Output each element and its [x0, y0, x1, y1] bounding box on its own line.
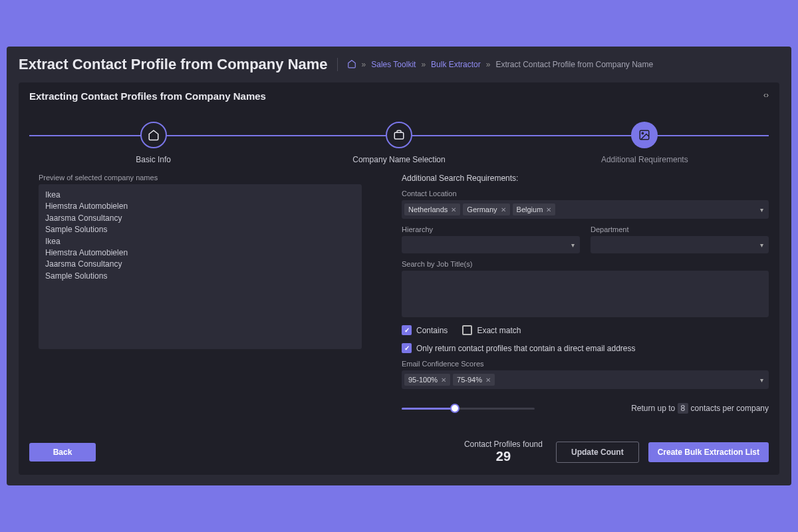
department-label: Department — [591, 225, 769, 233]
exact-match-checkbox[interactable]: Exact match — [462, 325, 521, 335]
chevron-down-icon: ▾ — [760, 206, 763, 213]
step-company-selection[interactable]: Company Name Selection — [276, 122, 521, 164]
slider-text: Return up to 8 contacts per company — [631, 404, 769, 413]
stepper: Basic Info Company Name Selection Additi… — [29, 122, 769, 164]
right-column: Additional Search Requirements: Contact … — [402, 174, 769, 413]
confidence-tag: 95-100%✕ — [404, 374, 450, 386]
department-select[interactable]: ▾ — [591, 236, 769, 253]
location-tag: Germany✕ — [463, 203, 509, 215]
jobtitle-label: Search by Job Title(s) — [402, 260, 769, 268]
breadcrumb-sep: » — [421, 60, 426, 69]
tag-label: 95-100% — [408, 376, 438, 384]
checkbox-label: Only return contact profiles that contai… — [416, 344, 636, 353]
breadcrumb-sep: » — [362, 60, 366, 69]
direct-email-checkbox[interactable]: Only return contact profiles that contai… — [402, 343, 769, 353]
preview-label: Preview of selected company names — [39, 174, 362, 182]
list-item: Hiemstra Automobielen — [45, 247, 355, 259]
list-item: Sample Solutions — [45, 271, 355, 282]
app-window: Extract Contact Profile from Company Nam… — [7, 47, 791, 485]
company-preview: Ikea Hiemstra Automobielen Jaarsma Consu… — [39, 184, 362, 349]
home-icon — [148, 129, 160, 141]
breadcrumb-sales-toolkit[interactable]: Sales Toolkit — [371, 60, 416, 69]
contacts-slider[interactable] — [402, 408, 535, 410]
divider — [337, 58, 338, 71]
update-count-button[interactable]: Update Count — [556, 442, 639, 463]
breadcrumb-sep: » — [486, 60, 491, 69]
chevron-down-icon: ▾ — [760, 241, 763, 249]
main-panel: Extracting Contact Profiles from Company… — [19, 82, 779, 475]
slider-fill — [402, 408, 455, 410]
confidence-tag: 75-94%✕ — [453, 374, 495, 386]
contacts-count: 8 — [678, 403, 689, 414]
step-label: Additional Requirements — [601, 155, 688, 164]
location-tag: Belgium✕ — [513, 203, 556, 215]
panel-title: Extracting Contact Profiles from Company… — [29, 90, 769, 102]
breadcrumb: » Sales Toolkit » Bulk Extractor » Extra… — [347, 59, 654, 70]
list-item: Ikea — [45, 236, 355, 247]
remove-icon[interactable]: ✕ — [441, 376, 446, 384]
remove-icon[interactable]: ✕ — [501, 206, 506, 213]
chevron-down-icon: ▾ — [571, 241, 575, 249]
jobtitle-input[interactable] — [402, 271, 769, 317]
confidence-label: Email Confidence Scores — [402, 360, 769, 368]
contains-checkbox[interactable]: Contains — [402, 325, 448, 335]
page-title: Extract Contact Profile from Company Nam… — [19, 56, 328, 73]
top-bar: Extract Contact Profile from Company Nam… — [19, 56, 779, 73]
remove-icon[interactable]: ✕ — [485, 376, 491, 384]
briefcase-icon — [393, 129, 405, 141]
step-additional-requirements[interactable]: Additional Requirements — [522, 122, 767, 164]
remove-icon[interactable]: ✕ — [546, 206, 551, 213]
svg-point-2 — [642, 132, 644, 134]
section-title: Additional Search Requirements: — [402, 174, 769, 183]
contact-location-select[interactable]: Netherlands✕ Germany✕ Belgium✕ ▾ — [402, 200, 769, 219]
tag-label: 75-94% — [457, 376, 482, 384]
found-count: 29 — [464, 449, 543, 464]
left-column: Preview of selected company names Ikea H… — [29, 174, 362, 413]
location-tag: Netherlands✕ — [404, 203, 460, 215]
breadcrumb-bulk-extractor[interactable]: Bulk Extractor — [431, 60, 481, 69]
step-label: Basic Info — [136, 155, 171, 164]
home-icon[interactable] — [347, 59, 356, 70]
profiles-found: Contact Profiles found 29 — [464, 440, 543, 464]
list-item: Jaarsma Consultancy — [45, 213, 355, 224]
footer: Back Contact Profiles found 29 Update Co… — [29, 440, 769, 464]
breadcrumb-current: Extract Contact Profile from Company Nam… — [495, 60, 653, 69]
slider-thumb[interactable] — [450, 404, 460, 413]
checkbox-label: Contains — [416, 326, 448, 335]
location-label: Contact Location — [402, 190, 769, 198]
list-item: Jaarsma Consultancy — [45, 259, 355, 270]
step-basic-info[interactable]: Basic Info — [31, 122, 276, 164]
back-button[interactable]: Back — [29, 443, 96, 462]
hierarchy-label: Hierarchy — [402, 225, 580, 233]
tag-label: Belgium — [517, 205, 543, 213]
list-item: Ikea — [45, 190, 355, 201]
remove-icon[interactable]: ✕ — [451, 206, 456, 213]
image-icon — [638, 129, 650, 141]
list-item: Hiemstra Automobielen — [45, 201, 355, 212]
hierarchy-select[interactable]: ▾ — [402, 236, 580, 253]
svg-rect-0 — [394, 132, 404, 139]
panel-body: Preview of selected company names Ikea H… — [29, 174, 769, 413]
code-toggle-icon[interactable]: ‹› — [763, 90, 769, 100]
create-list-button[interactable]: Create Bulk Extraction List — [648, 442, 769, 462]
list-item: Sample Solutions — [45, 224, 355, 235]
found-label: Contact Profiles found — [464, 440, 543, 449]
checkbox-label: Exact match — [477, 326, 521, 335]
confidence-select[interactable]: 95-100%✕ 75-94%✕ ▾ — [402, 370, 769, 389]
tag-label: Germany — [467, 205, 497, 213]
chevron-down-icon: ▾ — [760, 376, 763, 384]
tag-label: Netherlands — [408, 205, 448, 213]
step-label: Company Name Selection — [352, 155, 445, 164]
